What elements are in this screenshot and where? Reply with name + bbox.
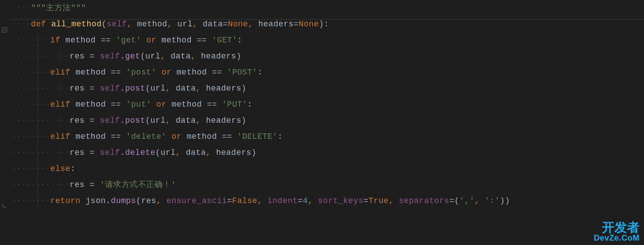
op-eq: == [212, 68, 222, 77]
fold-minus-icon[interactable] [1, 27, 8, 33]
param-headers: headers [258, 20, 294, 29]
ident-data: data [171, 52, 191, 61]
ident-data: data [176, 116, 196, 125]
op-assign: = [90, 180, 95, 189]
str-put: 'put' [126, 100, 152, 109]
str-delete: 'delete' [126, 132, 166, 141]
op-eq: == [111, 132, 121, 141]
kw-elif: elif [50, 68, 70, 77]
ident-headers: headers [201, 52, 236, 61]
kwarg-separators: separators [399, 196, 449, 205]
fold-end-icon[interactable] [1, 203, 8, 210]
str-sep-comma: ',' [459, 196, 475, 205]
str-post: 'post' [126, 68, 156, 77]
param-self: self [107, 20, 127, 29]
ident-self: self [100, 148, 120, 157]
ident-method: method [76, 100, 106, 109]
fn-name: all_method [51, 20, 101, 29]
ident-headers: headers [206, 116, 241, 125]
call-delete: delete [125, 148, 156, 157]
str-get-u: 'GET' [212, 36, 237, 45]
code-line[interactable]: ····"""主方法""" [12, 0, 644, 16]
ident-url: url [151, 84, 166, 93]
watermark-bottom: DevZe.CoM [593, 234, 640, 242]
ident-method: method [76, 68, 106, 77]
code-editor[interactable]: ····"""主方法""" ····def all_method(self, m… [0, 0, 644, 245]
kwarg-sort-keys: sort_keys [318, 196, 364, 205]
ident-data: data [176, 84, 196, 93]
ident-res: res [141, 196, 156, 205]
code-line[interactable]: ········elif method == 'post' or method … [12, 64, 644, 80]
code-area[interactable]: ····"""主方法""" ····def all_method(self, m… [10, 0, 644, 245]
op-eq: == [101, 36, 111, 45]
watermark-top: 开发者 [593, 221, 640, 234]
str-put-u: 'PUT' [222, 100, 248, 109]
ident-method: method [172, 100, 202, 109]
ident-method: method [177, 68, 207, 77]
watermark: 开发者 DevZe.CoM [593, 221, 640, 242]
none-literal: None [299, 20, 319, 29]
ident-data: data [186, 148, 206, 157]
ident-method: method [65, 36, 96, 45]
kw-elif: elif [50, 100, 70, 109]
op-assign: = [90, 84, 95, 93]
ident-method: method [161, 36, 192, 45]
str-error: '请求方式不正确！' [100, 180, 176, 189]
call-post: post [125, 84, 145, 93]
editor-gutter [0, 0, 10, 245]
kw-return: return [50, 196, 80, 205]
ident-self: self [100, 52, 120, 61]
ident-headers: headers [216, 148, 251, 157]
op-eq: == [207, 100, 217, 109]
ident-url: url [160, 148, 176, 157]
kwarg-indent: indent [267, 196, 298, 205]
param-url: url [177, 20, 193, 29]
code-line[interactable]: ············res = self.post(url, data, h… [12, 80, 644, 96]
ident-url: url [151, 116, 166, 125]
bool-true: True [369, 196, 389, 205]
ident-self: self [100, 116, 120, 125]
kw-or: or [172, 132, 182, 141]
code-line[interactable]: ········else: [12, 161, 644, 177]
ident-self: self [100, 84, 120, 93]
str-post-u: 'POST' [227, 68, 257, 77]
dot: . [120, 84, 125, 93]
code-line[interactable]: ············res = self.delete(url, data,… [12, 145, 644, 161]
ident-res: res [70, 148, 85, 157]
op-assign: = [90, 52, 95, 61]
kw-or: or [146, 36, 156, 45]
code-line[interactable]: ········elif method == 'delete' or metho… [12, 129, 644, 145]
op-assign: = [90, 148, 95, 157]
code-line[interactable]: ········return json.dumps(res, ensure_as… [12, 193, 644, 209]
dot: . [120, 148, 125, 157]
num-4: 4 [303, 196, 308, 205]
code-line[interactable]: ············res = '请求方式不正确！' [12, 177, 644, 193]
code-line[interactable]: ········if method == 'get' or method == … [12, 32, 644, 48]
kwarg-ensure-ascii: ensure_ascii [166, 196, 227, 205]
kw-def: def [31, 20, 46, 29]
str-get: 'get' [116, 36, 141, 45]
code-line[interactable]: ············res = self.post(url, data, h… [12, 112, 644, 129]
code-line[interactable]: ············res = self.get(url, data, he… [12, 48, 644, 64]
kw-elif: elif [50, 132, 70, 141]
kw-or: or [156, 100, 167, 109]
none-literal: None [228, 20, 248, 29]
kw-else: else [50, 164, 70, 173]
str-sep-colon: ':' [485, 196, 500, 205]
ident-headers: headers [206, 84, 241, 93]
ident-json: json [86, 196, 106, 205]
param-method: method [137, 20, 168, 29]
op-eq: == [222, 132, 232, 141]
dot: . [120, 52, 125, 61]
op-eq: == [197, 36, 207, 45]
op-eq: == [111, 68, 121, 77]
code-line[interactable]: ····def all_method(self, method, url, da… [12, 16, 644, 32]
op-eq: == [111, 100, 121, 109]
param-data: data [203, 20, 223, 29]
dot: . [120, 116, 125, 125]
dot: . [106, 196, 111, 205]
ident-method: method [76, 132, 106, 141]
code-line[interactable]: ········elif method == 'put' or method =… [12, 96, 644, 112]
str-delete-u: 'DELETE' [237, 132, 278, 141]
docstring: """主方法""" [31, 4, 86, 12]
